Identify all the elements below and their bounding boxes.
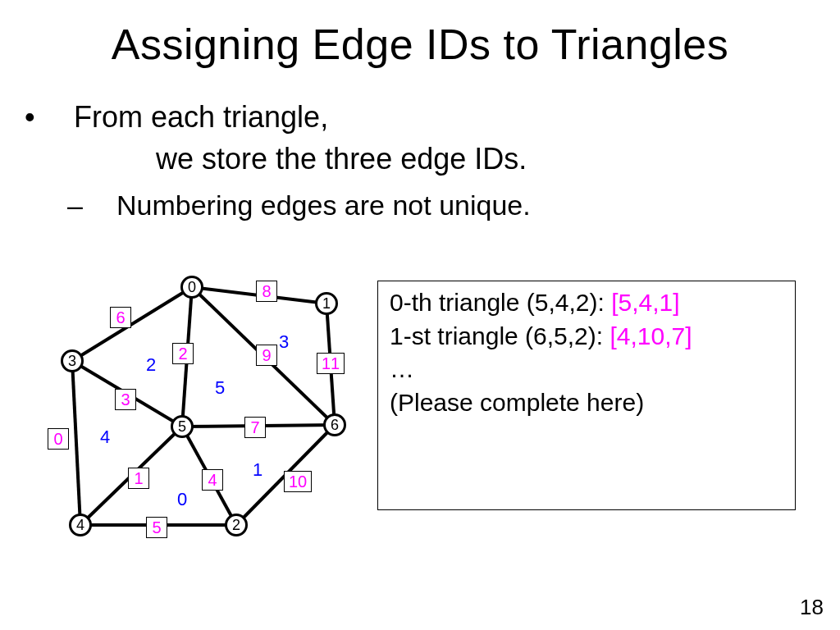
face-label-1: 1 [253, 459, 262, 481]
edge-label-0: 0 [48, 428, 69, 450]
edge-label-6: 6 [110, 307, 131, 328]
node-2: 2 [225, 514, 248, 536]
face-label-2: 2 [146, 354, 156, 376]
face-label-3: 3 [279, 331, 289, 353]
edge-label-7: 7 [244, 417, 266, 438]
bullet-list: From each triangle, we store the three e… [49, 98, 788, 223]
face-label-5: 5 [215, 377, 225, 399]
info-ellipsis: … [390, 353, 783, 386]
edge-label-11: 11 [317, 353, 345, 374]
node-4: 4 [69, 514, 92, 536]
node-1: 1 [315, 292, 338, 315]
info-line-1-ids: [4,10,7] [609, 322, 692, 349]
node-3: 3 [61, 349, 84, 372]
bullet-1-line-2: we store the three edge IDs. [49, 140, 788, 179]
info-line-0-text: 0-th triangle (5,4,2): [390, 289, 611, 316]
edge-label-2: 2 [172, 343, 194, 364]
edge-label-8: 8 [256, 281, 277, 302]
bullet-2: Numbering edges are not unique. [49, 187, 788, 223]
face-label-4: 4 [100, 427, 110, 448]
triangle-info-box: 0-th triangle (5,4,2): [5,4,1] 1-st tria… [377, 281, 796, 510]
node-5: 5 [171, 415, 194, 438]
info-line-0-ids: [5,4,1] [611, 289, 679, 316]
info-note: (Please complete here) [390, 386, 783, 420]
info-line-1: 1-st triangle (6,5,2): [4,10,7] [390, 320, 783, 354]
svg-line-6 [72, 361, 80, 525]
edge-label-9: 9 [256, 345, 277, 366]
node-0: 0 [180, 276, 203, 299]
bullet-1-line-1: From each triangle, [49, 98, 788, 137]
graph-diagram: 0 1 2 3 4 5 6 0 1 2 3 4 5 6 7 8 9 10 11 … [41, 262, 369, 558]
page-number: 18 [800, 595, 824, 620]
edge-label-4: 4 [202, 469, 223, 491]
info-line-0: 0-th triangle (5,4,2): [5,4,1] [390, 286, 783, 320]
edge-label-5: 5 [146, 517, 167, 538]
edge-label-3: 3 [115, 389, 136, 410]
slide-title: Assigning Edge IDs to Triangles [0, 20, 840, 69]
node-6: 6 [323, 413, 346, 436]
info-line-1-text: 1-st triangle (6,5,2): [390, 322, 609, 349]
slide: Assigning Edge IDs to Triangles From eac… [0, 0, 840, 630]
edge-label-10: 10 [284, 471, 312, 492]
edge-label-1: 1 [128, 468, 149, 489]
face-label-0: 0 [177, 489, 187, 510]
